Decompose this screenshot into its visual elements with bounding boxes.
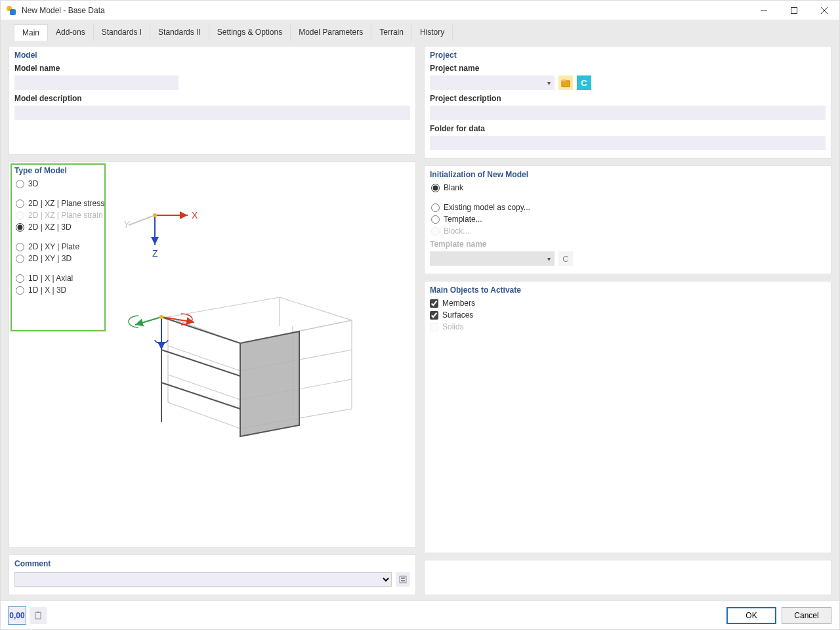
panel-model: Model Model name Model description: [9, 46, 416, 155]
project-folder-input[interactable]: [430, 136, 826, 150]
cancel-button[interactable]: Cancel: [782, 607, 831, 624]
radio-2d-xz-planestress[interactable]: 2D | XZ | Plane stress: [16, 199, 106, 208]
objects-section-title: Main Objects to Activate: [430, 285, 826, 295]
radio-3d[interactable]: 3D: [16, 179, 106, 188]
radio-1d-x-axial[interactable]: 1D | X | Axial: [16, 274, 106, 283]
project-name-label: Project name: [430, 64, 826, 73]
ok-button[interactable]: OK: [726, 607, 776, 624]
titlebar: New Model - Base Data: [1, 1, 839, 20]
project-section-title: Project: [430, 51, 826, 60]
svg-rect-35: [562, 81, 570, 87]
minimize-button[interactable]: [749, 1, 779, 20]
model-desc-input[interactable]: [14, 106, 410, 120]
radio-2d-xz-planestrain: 2D | XZ | Plane strain: [16, 211, 106, 220]
project-cloud-icon[interactable]: C: [577, 75, 591, 90]
project-folder-label: Folder for data: [430, 124, 826, 133]
radio-init-blank[interactable]: Blank: [431, 183, 826, 192]
model-desc-label: Model description: [14, 94, 410, 103]
template-name-label: Template name: [430, 240, 826, 249]
check-solids: Solids: [430, 322, 826, 331]
tab-standards1[interactable]: Standards I: [94, 24, 150, 41]
close-button[interactable]: [809, 1, 839, 20]
window-title: New Model - Base Data: [22, 6, 105, 15]
tabs: Main Add-ons Standards I Standards II Se…: [1, 24, 839, 41]
panel-initialization: Initialization of New Model Blank Existi…: [424, 165, 831, 274]
svg-point-31: [159, 315, 163, 319]
template-name-combo: ▾: [430, 251, 555, 266]
model-name-input[interactable]: [14, 75, 178, 90]
svg-marker-13: [168, 297, 352, 343]
project-manager-icon[interactable]: [558, 75, 573, 90]
chevron-down-icon: ▾: [545, 255, 553, 262]
svg-rect-34: [401, 580, 405, 581]
model-section-title: Model: [14, 51, 410, 60]
radio-2d-xz-3d[interactable]: 2D | XZ | 3D: [16, 222, 106, 232]
tabs-wrap: Main Add-ons Standards I Standards II Se…: [1, 20, 839, 41]
clipboard-tool[interactable]: [30, 607, 47, 624]
svg-marker-27: [240, 331, 299, 436]
radio-init-copy[interactable]: Existing model as copy...: [431, 203, 826, 212]
tab-history[interactable]: History: [412, 24, 453, 41]
project-desc-input[interactable]: [430, 106, 826, 120]
axes-diagram-icon: Y X Z: [116, 205, 214, 264]
app-icon: [6, 5, 16, 16]
panel-empty-bottom: [424, 560, 831, 595]
svg-line-28: [161, 317, 194, 322]
svg-rect-32: [400, 576, 406, 583]
footer: 0,00 OK Cancel: [1, 600, 839, 629]
project-desc-label: Project description: [430, 94, 826, 103]
panel-main-objects: Main Objects to Activate Members Surface…: [424, 281, 831, 553]
panel-type-of-model: Type of Model 3D 2D | XZ | Plane stress: [9, 161, 416, 548]
svg-rect-38: [37, 612, 39, 613]
svg-rect-33: [401, 578, 405, 579]
maximize-button[interactable]: [779, 1, 809, 20]
svg-rect-1: [10, 9, 16, 15]
comment-title: Comment: [14, 559, 410, 568]
radio-2d-xy-3d[interactable]: 2D | XY | 3D: [16, 254, 106, 263]
units-tool[interactable]: 0,00: [9, 607, 26, 624]
comment-link-icon[interactable]: [396, 572, 410, 587]
radio-init-block: Block...: [431, 226, 826, 236]
svg-line-16: [168, 346, 240, 371]
tab-main[interactable]: Main: [14, 24, 48, 41]
check-members[interactable]: Members: [430, 299, 826, 308]
tab-terrain[interactable]: Terrain: [371, 24, 412, 41]
tab-standards2[interactable]: Standards II: [150, 24, 209, 41]
svg-line-23: [161, 317, 240, 343]
tab-model-params[interactable]: Model Parameters: [291, 24, 371, 41]
svg-rect-3: [791, 7, 797, 13]
svg-text:Z: Z: [152, 248, 158, 259]
tab-settings[interactable]: Settings & Options: [209, 24, 291, 41]
svg-line-29: [135, 317, 161, 325]
svg-point-12: [153, 213, 157, 217]
svg-line-6: [129, 215, 155, 225]
panel-comment: Comment: [9, 555, 416, 595]
svg-text:X: X: [192, 210, 198, 220]
svg-line-24: [161, 350, 240, 376]
radio-1d-x-3d[interactable]: 1D | X | 3D: [16, 285, 106, 295]
svg-line-18: [168, 375, 240, 400]
model-name-label: Model name: [14, 64, 410, 73]
comment-select[interactable]: [14, 572, 392, 587]
tab-addons[interactable]: Add-ons: [48, 24, 94, 41]
panel-project: Project Project name ▾ C Project descrip…: [424, 46, 831, 159]
init-section-title: Initialization of New Model: [430, 170, 826, 179]
radio-init-template[interactable]: Template...: [431, 215, 826, 224]
project-name-combo[interactable]: ▾: [430, 75, 555, 90]
check-surfaces[interactable]: Surfaces: [430, 310, 826, 320]
type-section-title: Type of Model: [14, 166, 410, 175]
model-preview-icon: [116, 284, 378, 448]
template-cloud-icon: C: [558, 251, 573, 266]
radio-2d-xy-plate[interactable]: 2D | XY | Plate: [16, 242, 106, 251]
svg-rect-37: [35, 612, 41, 619]
chevron-down-icon: ▾: [545, 79, 553, 87]
svg-rect-36: [562, 79, 566, 81]
